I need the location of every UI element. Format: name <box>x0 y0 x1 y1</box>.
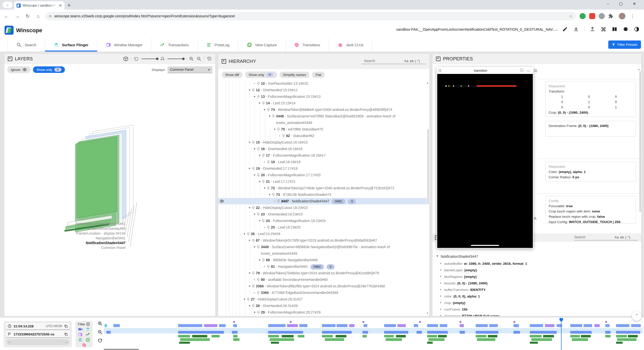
collapse-arrow-icon[interactable]: ▼ <box>267 191 272 198</box>
tab-jank-cujs[interactable]: Jank CUJs <box>329 38 372 52</box>
show-only-chip[interactable]: Show only V <box>33 66 65 73</box>
collapse-arrow-icon[interactable]: ▼ <box>272 126 277 133</box>
layer-label[interactable]: Common Panel <box>43 246 126 250</box>
pin-icon[interactable] <box>262 152 266 158</box>
tree-row[interactable]: ▼3449 - Surface(name=885b63e NavigationB… <box>218 244 427 257</box>
chip-flat[interactable]: Flat <box>312 72 325 78</box>
minimize-icon[interactable]: — <box>526 68 531 73</box>
pin-icon[interactable] <box>247 231 251 236</box>
chip-show-diff[interactable]: Show diff <box>222 72 243 78</box>
tab-view-capture[interactable]: View Capture <box>238 38 286 52</box>
tree-row[interactable]: ▼27 - HideDisplayCutout:26:31#27 <box>218 296 427 302</box>
tab-transactions[interactable]: Transactions <box>151 38 197 52</box>
collapse-circle-icon[interactable] <box>86 322 90 326</box>
pin-icon[interactable] <box>262 316 266 316</box>
upload-icon[interactable] <box>590 26 596 32</box>
collapse-panel-icon[interactable] <box>436 57 440 61</box>
visibility-eye-icon[interactable] <box>220 199 224 203</box>
property-item[interactable]: bufferTransform: IDENTITY <box>440 287 639 293</box>
tree-row[interactable]: ▼79 - WindowToken{7046b4a type=2024 andr… <box>218 270 427 276</box>
tab-search-button[interactable]: ⌄ <box>3 2 13 8</box>
pin-icon[interactable] <box>257 80 261 86</box>
browser-tab[interactable]: Winscope | sandbox-FAIL ✕ <box>14 1 64 10</box>
pin-icon[interactable] <box>282 133 286 138</box>
property-item[interactable]: activeBuffer: w: 1080, h: 2400, stride: … <box>440 260 639 267</box>
extension-c-icon[interactable] <box>599 13 605 19</box>
pin-icon[interactable] <box>267 159 271 164</box>
collapse-arrow-icon[interactable]: ▼ <box>262 106 267 113</box>
camera-icon[interactable] <box>78 327 83 332</box>
properties-search-input[interactable] <box>574 235 612 239</box>
collapse-arrow-icon[interactable]: ▼ <box>267 113 272 119</box>
collapse-arrow-icon[interactable]: ▼ <box>247 302 252 309</box>
list-icon[interactable] <box>78 337 83 342</box>
pin-icon[interactable] <box>267 263 271 269</box>
timeline-zoom-in-icon[interactable] <box>98 321 103 326</box>
chip-show-only[interactable]: Show onlyV <box>245 71 277 78</box>
tree-row[interactable]: ▼3448 - Surface(name=ed70f88 StatusBar)/… <box>218 113 427 126</box>
avatar[interactable] <box>619 13 625 19</box>
collapse-arrow-icon[interactable]: ▼ <box>247 87 252 93</box>
info-icon[interactable]: ⓘ <box>520 68 524 73</box>
tab-search[interactable]: Search <box>8 38 45 52</box>
pin-icon[interactable] <box>262 100 266 105</box>
tree-row[interactable]: ▼14 - Leaf:15:15#14 <box>218 100 427 106</box>
copy-icon[interactable] <box>64 332 68 336</box>
tree-row[interactable]: ▼17 - FullscreenMagnification:16:16#17 <box>218 152 427 159</box>
tree-row[interactable]: ▼72 - WindowToken{a2746de type=2040 andr… <box>218 185 427 191</box>
tree-row[interactable]: ▼21 - Leaf:17:17#21 <box>218 178 427 185</box>
tab-transitions[interactable]: Transitions <box>286 38 329 52</box>
scroll-up-icon[interactable]: ▲ <box>637 68 640 71</box>
scrollbar-thumb[interactable] <box>427 129 429 204</box>
property-item[interactable]: crop: {empty} <box>440 300 639 306</box>
tree-row[interactable]: ▼75 - ed70f88 StatusBar#75 <box>218 126 427 133</box>
tree-row[interactable]: 81 - NavigationBar0#81HWCV <box>218 263 427 270</box>
property-item[interactable]: currFrame: 155 <box>440 306 639 313</box>
hierarchy-search-input[interactable] <box>364 59 402 63</box>
collapse-panel-icon[interactable] <box>8 57 12 61</box>
collapse-arrow-icon[interactable]: ▼ <box>257 217 262 224</box>
download-icon[interactable] <box>573 26 579 32</box>
collapse-arrow-icon[interactable]: ▼ <box>247 237 252 244</box>
reset-view-icon[interactable] <box>207 56 212 61</box>
edit-icon[interactable] <box>562 26 568 32</box>
collapse-arrow-icon[interactable]: ▼ <box>247 204 252 211</box>
pin-icon[interactable] <box>257 146 261 151</box>
property-item[interactable]: color: (0, 0, 0), alpha: 1 <box>440 293 639 300</box>
selected-layer-heading[interactable]: ▼ NotificationShade#3447 <box>436 254 478 258</box>
browser-menu-icon[interactable]: ⋮ <box>629 13 636 19</box>
tree-row[interactable]: 3369 - 67726bf EdgeBackGestureHandler0#3… <box>218 289 427 296</box>
property-item[interactable]: bounds: (0, 0) - (1080, 2400) <box>440 280 639 287</box>
ignore-chip[interactable]: Ignore <box>7 66 30 73</box>
pin-icon[interactable] <box>252 270 256 275</box>
layer-label[interactable]: ScreenDecorOverlay#60 <box>43 227 126 231</box>
human-time-field[interactable]: 11:04:14.228 UTC+00:00 <box>6 323 69 330</box>
tab-protolog[interactable]: ProtoLog <box>198 38 238 52</box>
layer-label[interactable]: PointerLocation - display 0#134 <box>43 231 126 235</box>
layer-label[interactable]: NavigationBar0#81 <box>43 236 126 240</box>
timeline-scrollbar[interactable] <box>104 349 139 350</box>
timeline-cursor[interactable] <box>561 318 561 350</box>
tree-row[interactable]: ▼67 - WindowToken{e5176f9 type=2019 andr… <box>218 237 427 244</box>
documentation-book-icon[interactable] <box>612 26 618 32</box>
window-icon[interactable] <box>78 332 83 337</box>
extension-a-icon[interactable] <box>580 13 586 19</box>
overlay-title-bar[interactable]: transition ⓘ — <box>437 67 533 74</box>
pin-icon[interactable] <box>262 217 266 223</box>
tree-row[interactable]: 80 - ace6abb SecondaryHomeHandle0#80 <box>218 276 427 283</box>
pin-icon[interactable] <box>272 191 276 197</box>
rings-icon[interactable] <box>82 343 87 347</box>
zoom-out-icon[interactable] <box>196 56 202 61</box>
pin-icon[interactable] <box>252 139 256 145</box>
collapse-arrow-icon[interactable]: ▼ <box>252 93 257 100</box>
tree-row[interactable]: ▼15 - HideDisplayCutout:16:16#15 <box>218 139 427 146</box>
tree-row[interactable]: 25 - Leaf:18:23#25 <box>218 224 427 231</box>
tree-row[interactable]: ▼68 - 885b63e NavigationBar0#68 <box>218 257 427 263</box>
collapse-arrow-icon[interactable]: ▼ <box>252 244 257 250</box>
collapse-arrow-icon[interactable]: ▼ <box>257 257 262 263</box>
scroll-up-icon[interactable]: ▲ <box>426 81 429 84</box>
chip-simplify-names[interactable]: Simplify names <box>279 72 310 78</box>
pin-icon[interactable] <box>257 211 261 216</box>
tree-row[interactable]: ▼20 - FullscreenMagnification:17:17#20 <box>218 172 427 178</box>
pin-icon[interactable] <box>262 257 266 262</box>
